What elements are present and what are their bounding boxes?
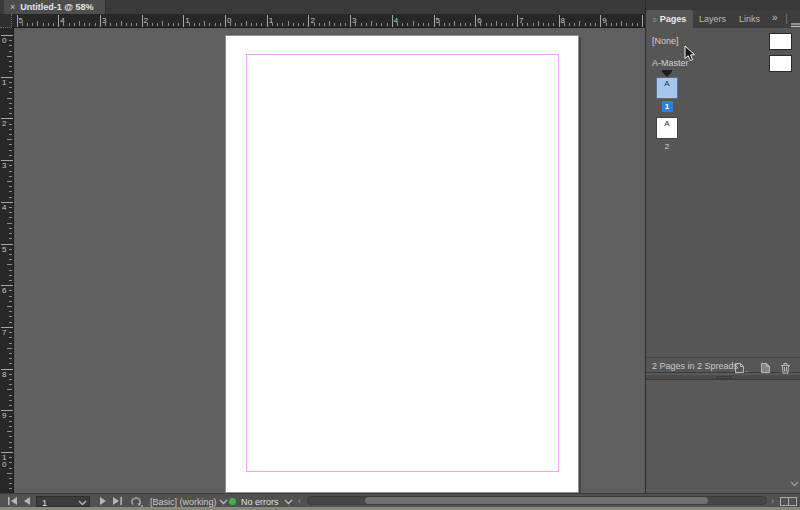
document-page[interactable]	[225, 35, 579, 493]
ruler-minor-tick	[9, 343, 12, 344]
ruler-minor-tick	[110, 23, 111, 26]
ruler-label: 1	[2, 79, 6, 86]
ruler-minor-tick	[53, 23, 54, 26]
ruler-minor-tick	[9, 207, 12, 208]
page-number-dropdown-icon[interactable]	[78, 500, 87, 506]
ruler-minor-tick	[449, 23, 450, 26]
ruler-minor-tick	[355, 23, 356, 26]
horizontal-ruler[interactable]: 54321012345678910	[12, 14, 645, 28]
ruler-minor-tick	[9, 275, 12, 276]
ruler-minor-tick	[22, 23, 23, 26]
preflight-status-dropdown-icon[interactable]	[284, 499, 293, 505]
ruler-minor-tick	[69, 23, 70, 26]
ruler-minor-tick	[402, 23, 403, 26]
ruler-minor-tick	[126, 23, 127, 26]
ruler-minor-tick	[9, 405, 12, 406]
ruler-major-tick	[642, 15, 643, 27]
ruler-minor-tick	[9, 311, 12, 312]
panel-tab-links[interactable]: Links	[732, 10, 767, 28]
page-thumbnail[interactable]: A	[656, 117, 678, 139]
ruler-minor-tick	[522, 23, 523, 26]
page-item: A2	[656, 117, 678, 151]
pages-panel-footer: 2 Pages in 2 Spreads	[646, 357, 800, 373]
scroll-left-arrow[interactable]: ‹	[298, 496, 301, 506]
master-page-row[interactable]: [None]	[646, 30, 800, 52]
ruler-minor-tick	[491, 23, 492, 26]
ruler-minor-tick	[9, 280, 12, 281]
ruler-minor-tick	[272, 23, 273, 26]
panel-resize-gripper[interactable]	[646, 375, 800, 380]
ruler-minor-tick	[116, 23, 117, 26]
last-page-button[interactable]	[112, 497, 122, 505]
panel-tab-layers[interactable]: Layers	[693, 10, 732, 28]
ruler-minor-tick	[9, 228, 12, 229]
ruler-minor-tick	[9, 217, 12, 218]
ruler-minor-tick	[9, 384, 12, 385]
ruler-minor-tick	[9, 316, 12, 317]
pages-count-status: 2 Pages in 2 Spreads	[652, 361, 738, 371]
ruler-minor-tick	[152, 23, 153, 26]
ruler-minor-tick	[9, 113, 12, 114]
ruler-minor-tick	[454, 21, 455, 26]
page-number-badge[interactable]: 1	[662, 101, 673, 112]
ruler-major-tick	[517, 15, 518, 27]
ruler-minor-tick	[9, 45, 12, 46]
ruler-major-tick	[100, 15, 101, 27]
ruler-minor-tick	[147, 23, 148, 26]
ruler-minor-tick	[9, 155, 12, 156]
ruler-minor-tick	[9, 87, 12, 88]
ruler-minor-tick	[418, 23, 419, 26]
indesign-window: × Untitled-1 @ 58% 54321012345678910 012…	[0, 0, 800, 510]
master-prefix-label: A	[657, 79, 677, 88]
ruler-minor-tick	[329, 21, 330, 26]
document-tab[interactable]: × Untitled-1 @ 58%	[4, 0, 106, 14]
panel-tab-pages[interactable]: ○Pages	[646, 10, 693, 28]
master-prefix-label: A	[657, 119, 677, 128]
next-page-button[interactable]	[99, 497, 107, 505]
ruler-minor-tick	[9, 478, 12, 479]
page-number-label[interactable]: 2	[665, 142, 669, 151]
scroll-right-arrow[interactable]: ›	[771, 496, 774, 506]
horizontal-scrollbar[interactable]	[307, 496, 767, 505]
ruler-minor-tick	[37, 21, 38, 26]
first-page-button[interactable]	[8, 497, 18, 505]
ruler-minor-tick	[251, 23, 252, 26]
ruler-minor-tick	[9, 197, 12, 198]
ruler-minor-tick	[9, 212, 12, 213]
ruler-minor-tick	[9, 447, 12, 448]
collapse-panels-button[interactable]: »	[772, 12, 778, 23]
ruler-minor-tick	[27, 23, 28, 26]
preflight-profile-dropdown-icon[interactable]	[219, 499, 228, 505]
ruler-minor-tick	[611, 23, 612, 26]
ruler-minor-tick	[9, 150, 12, 151]
master-page-thumbnail[interactable]	[769, 33, 792, 50]
ruler-major-tick	[350, 15, 351, 27]
split-view-icon[interactable]	[780, 497, 797, 506]
ruler-minor-tick	[319, 23, 320, 26]
ruler-origin-box[interactable]	[0, 14, 12, 28]
pasteboard[interactable]	[14, 28, 645, 493]
page-number-field[interactable]: 1	[36, 496, 90, 507]
scroll-down-arrow[interactable]	[790, 473, 799, 491]
current-spread-marker	[661, 70, 673, 77]
ruler-minor-tick	[105, 23, 106, 26]
master-page-thumbnail[interactable]	[769, 55, 792, 72]
close-icon[interactable]: ×	[10, 3, 15, 12]
ruler-minor-tick	[74, 23, 75, 26]
page-number-value[interactable]: 1	[42, 498, 47, 508]
ruler-minor-tick	[121, 21, 122, 26]
vertical-ruler[interactable]: 012345678910	[0, 28, 14, 493]
horizontal-scrollbar-thumb[interactable]	[365, 497, 708, 504]
preflight-profile-label[interactable]: [Basic] (working)	[150, 497, 217, 507]
preflight-status-label[interactable]: No errors	[241, 497, 279, 507]
ruler-minor-tick	[366, 23, 367, 26]
preflight-refresh-icon[interactable]	[130, 496, 143, 507]
ruler-minor-tick	[9, 442, 12, 443]
page-thumbnail[interactable]: A	[656, 77, 678, 99]
ruler-minor-tick	[9, 400, 12, 401]
ruler-major-tick	[225, 15, 226, 27]
ruler-minor-tick	[241, 23, 242, 26]
ruler-minor-tick	[84, 23, 85, 26]
previous-page-button[interactable]	[23, 497, 31, 505]
ruler-minor-tick	[7, 389, 12, 390]
